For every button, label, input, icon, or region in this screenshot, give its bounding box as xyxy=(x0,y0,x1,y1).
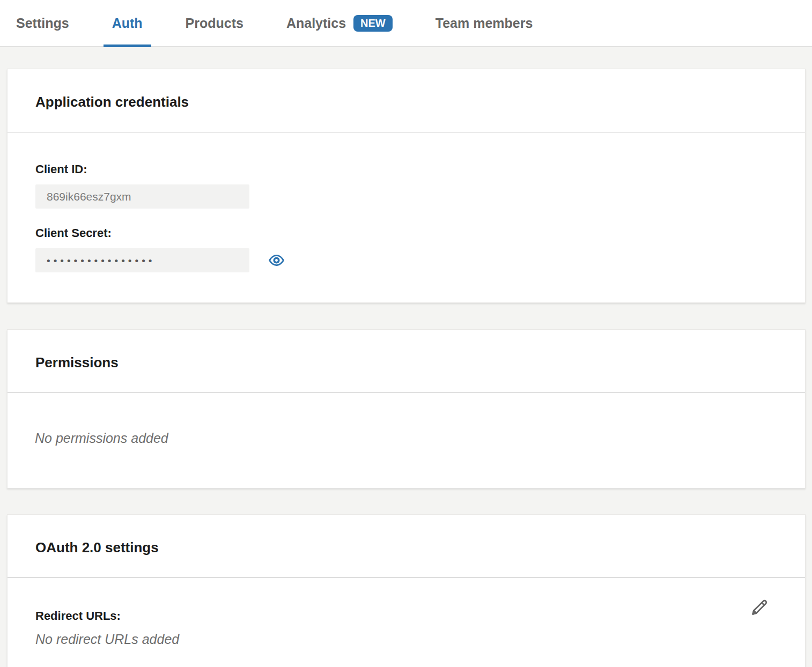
edit-redirect-urls-button[interactable] xyxy=(748,597,770,619)
permissions-body: No permissions added xyxy=(8,393,805,488)
reveal-secret-button[interactable] xyxy=(268,251,285,269)
tab-products[interactable]: Products xyxy=(186,0,243,46)
client-id-field[interactable]: 869ik66esz7gxm xyxy=(35,184,249,209)
eye-icon xyxy=(268,251,285,269)
permissions-title: Permissions xyxy=(35,354,777,371)
tab-auth[interactable]: Auth xyxy=(112,0,143,46)
tab-auth-label: Auth xyxy=(112,16,143,31)
client-id-value: 869ik66esz7gxm xyxy=(47,190,131,203)
tab-bar: Settings Auth Products Analytics NEW Tea… xyxy=(0,0,812,47)
application-credentials-card: Application credentials Client ID: 869ik… xyxy=(7,69,806,303)
tab-team-members[interactable]: Team members xyxy=(435,0,533,46)
new-badge: NEW xyxy=(353,15,393,32)
client-secret-row: •••••••••••••••• xyxy=(35,240,777,272)
tab-settings[interactable]: Settings xyxy=(16,0,69,46)
permissions-header: Permissions xyxy=(8,330,805,393)
client-secret-masked-value: •••••••••••••••• xyxy=(47,255,155,266)
permissions-empty-text: No permissions added xyxy=(35,431,777,446)
application-credentials-header: Application credentials xyxy=(8,69,805,132)
tab-products-label: Products xyxy=(186,16,243,31)
pencil-icon xyxy=(748,597,770,619)
redirect-urls-label: Redirect URLs: xyxy=(35,609,777,623)
oauth-settings-card: OAuth 2.0 settings Redirect URLs: No red… xyxy=(7,514,806,667)
tab-analytics-label: Analytics xyxy=(286,16,346,31)
client-secret-label: Client Secret: xyxy=(35,226,777,240)
oauth-settings-body: Redirect URLs: No redirect URLs added xyxy=(8,578,805,667)
application-credentials-title: Application credentials xyxy=(35,94,777,110)
tab-settings-label: Settings xyxy=(16,16,69,31)
permissions-card: Permissions No permissions added xyxy=(7,329,806,488)
tab-team-members-label: Team members xyxy=(435,16,533,31)
redirect-urls-empty-text: No redirect URLs added xyxy=(35,632,777,647)
oauth-settings-header: OAuth 2.0 settings xyxy=(8,515,805,578)
oauth-settings-title: OAuth 2.0 settings xyxy=(35,539,777,556)
application-credentials-body: Client ID: 869ik66esz7gxm Client Secret:… xyxy=(8,132,805,302)
client-secret-field[interactable]: •••••••••••••••• xyxy=(35,248,249,272)
client-id-label: Client ID: xyxy=(35,162,777,176)
tab-analytics[interactable]: Analytics NEW xyxy=(286,0,393,46)
